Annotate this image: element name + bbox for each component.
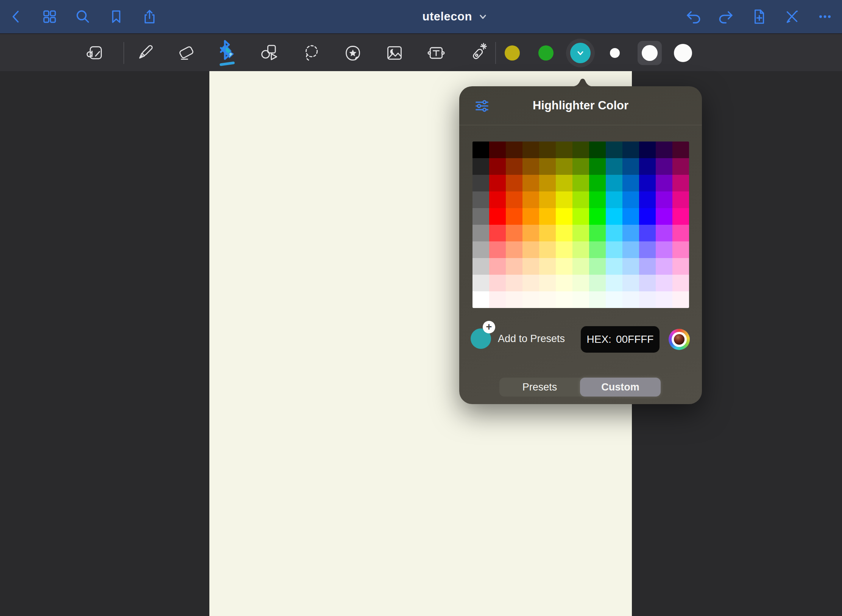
color-cell-r6-c1[interactable] — [472, 225, 489, 241]
color-cell-r7-c12[interactable] — [656, 241, 672, 258]
color-cell-r8-c8[interactable] — [589, 258, 606, 275]
color-cell-r8-c13[interactable] — [672, 258, 689, 275]
color-cell-r9-c10[interactable] — [622, 275, 639, 291]
color-cell-r4-c13[interactable] — [672, 191, 689, 208]
color-cell-r8-c3[interactable] — [506, 258, 522, 275]
color-cell-r9-c12[interactable] — [656, 275, 672, 291]
tab-custom[interactable]: Custom — [580, 378, 661, 397]
color-cell-r10-c5[interactable] — [539, 291, 556, 308]
color-cell-r4-c9[interactable] — [606, 191, 622, 208]
color-cell-r10-c12[interactable] — [656, 291, 672, 308]
color-cell-r6-c4[interactable] — [522, 225, 539, 241]
color-cell-r8-c12[interactable] — [656, 258, 672, 275]
thickness-large[interactable] — [674, 44, 692, 62]
color-cell-r2-c13[interactable] — [672, 158, 689, 175]
color-cell-r3-c5[interactable] — [539, 175, 556, 191]
color-cell-r7-c10[interactable] — [622, 241, 639, 258]
color-cell-r10-c9[interactable] — [606, 291, 622, 308]
color-cell-r10-c2[interactable] — [489, 291, 506, 308]
color-cell-r10-c13[interactable] — [672, 291, 689, 308]
color-cell-r4-c11[interactable] — [639, 191, 656, 208]
document-title-dropdown[interactable]: utelecon — [422, 0, 488, 33]
more-button[interactable] — [814, 6, 836, 27]
color-cell-r4-c12[interactable] — [656, 191, 672, 208]
color-cell-r10-c8[interactable] — [589, 291, 606, 308]
color-cell-r1-c12[interactable] — [656, 142, 672, 158]
color-cell-r3-c1[interactable] — [472, 175, 489, 191]
color-cell-r1-c6[interactable] — [556, 142, 572, 158]
color-cell-r4-c1[interactable] — [472, 191, 489, 208]
color-cell-r6-c7[interactable] — [572, 225, 589, 241]
color-cell-r2-c10[interactable] — [622, 158, 639, 175]
color-cell-r4-c2[interactable] — [489, 191, 506, 208]
color-cell-r9-c13[interactable] — [672, 275, 689, 291]
color-cell-r10-c7[interactable] — [572, 291, 589, 308]
color-cell-r7-c11[interactable] — [639, 241, 656, 258]
color-cell-r6-c2[interactable] — [489, 225, 506, 241]
color-cell-r8-c6[interactable] — [556, 258, 572, 275]
color-cell-r8-c4[interactable] — [522, 258, 539, 275]
add-preset-plus-icon[interactable]: + — [483, 321, 495, 333]
color-cell-r8-c11[interactable] — [639, 258, 656, 275]
color-swatch-teal[interactable] — [570, 43, 591, 63]
color-swatch-olive[interactable] — [505, 45, 520, 61]
color-cell-r3-c2[interactable] — [489, 175, 506, 191]
color-cell-r7-c2[interactable] — [489, 241, 506, 258]
color-cell-r1-c9[interactable] — [606, 142, 622, 158]
color-cell-r6-c8[interactable] — [589, 225, 606, 241]
color-cell-r3-c8[interactable] — [589, 175, 606, 191]
hex-input[interactable]: HEX: 00FFFF — [581, 326, 660, 353]
undo-button[interactable] — [683, 6, 704, 27]
color-cell-r10-c1[interactable] — [472, 291, 489, 308]
page-thumbnails-button[interactable] — [39, 6, 60, 27]
color-cell-r1-c8[interactable] — [589, 142, 606, 158]
color-cell-r3-c9[interactable] — [606, 175, 622, 191]
color-cell-r8-c9[interactable] — [606, 258, 622, 275]
color-cell-r3-c10[interactable] — [622, 175, 639, 191]
color-cell-r4-c10[interactable] — [622, 191, 639, 208]
tab-presets[interactable]: Presets — [499, 378, 580, 397]
color-cell-r6-c13[interactable] — [672, 225, 689, 241]
color-cell-r4-c5[interactable] — [539, 191, 556, 208]
color-cell-r5-c13[interactable] — [672, 208, 689, 225]
color-cell-r3-c12[interactable] — [656, 175, 672, 191]
color-cell-r5-c4[interactable] — [522, 208, 539, 225]
color-cell-r9-c4[interactable] — [522, 275, 539, 291]
color-cell-r10-c3[interactable] — [506, 291, 522, 308]
color-cell-r3-c11[interactable] — [639, 175, 656, 191]
color-cell-r7-c6[interactable] — [556, 241, 572, 258]
color-cell-r3-c4[interactable] — [522, 175, 539, 191]
color-cell-r1-c1[interactable] — [472, 142, 489, 158]
color-cell-r2-c7[interactable] — [572, 158, 589, 175]
color-cell-r2-c8[interactable] — [589, 158, 606, 175]
bookmark-button[interactable] — [106, 6, 127, 27]
thickness-medium-selected[interactable] — [638, 41, 662, 65]
color-cell-r9-c8[interactable] — [589, 275, 606, 291]
color-cell-r5-c9[interactable] — [606, 208, 622, 225]
color-cell-r2-c6[interactable] — [556, 158, 572, 175]
color-cell-r4-c8[interactable] — [589, 191, 606, 208]
color-cell-r6-c3[interactable] — [506, 225, 522, 241]
color-cell-r3-c3[interactable] — [506, 175, 522, 191]
color-cell-r2-c3[interactable] — [506, 158, 522, 175]
color-cell-r2-c9[interactable] — [606, 158, 622, 175]
color-cell-r9-c9[interactable] — [606, 275, 622, 291]
color-cell-r7-c8[interactable] — [589, 241, 606, 258]
color-cell-r2-c12[interactable] — [656, 158, 672, 175]
color-cell-r8-c2[interactable] — [489, 258, 506, 275]
color-cell-r5-c5[interactable] — [539, 208, 556, 225]
color-cell-r10-c6[interactable] — [556, 291, 572, 308]
color-cell-r4-c7[interactable] — [572, 191, 589, 208]
color-cell-r2-c11[interactable] — [639, 158, 656, 175]
color-cell-r5-c3[interactable] — [506, 208, 522, 225]
add-page-button[interactable] — [748, 6, 770, 27]
color-cell-r1-c4[interactable] — [522, 142, 539, 158]
color-cell-r4-c3[interactable] — [506, 191, 522, 208]
color-cell-r3-c13[interactable] — [672, 175, 689, 191]
color-cell-r7-c9[interactable] — [606, 241, 622, 258]
color-cell-r6-c10[interactable] — [622, 225, 639, 241]
color-cell-r10-c10[interactable] — [622, 291, 639, 308]
color-cell-r9-c2[interactable] — [489, 275, 506, 291]
color-cell-r7-c3[interactable] — [506, 241, 522, 258]
color-cell-r7-c1[interactable] — [472, 241, 489, 258]
